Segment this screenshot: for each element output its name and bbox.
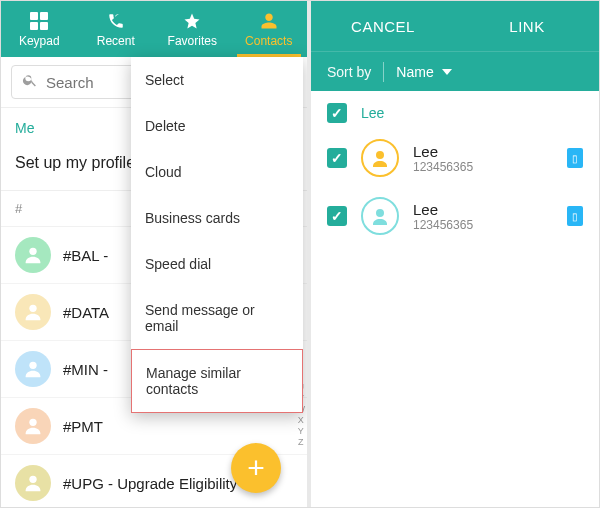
- svg-rect-3: [40, 22, 48, 30]
- menu-item-cloud[interactable]: Cloud: [131, 149, 303, 195]
- person-icon: [260, 11, 278, 31]
- menu-item-send-message[interactable]: Send message or email: [131, 287, 303, 349]
- duplicate-contact-row[interactable]: Lee 123456365 ▯: [311, 129, 599, 187]
- index-letter: X: [298, 415, 304, 425]
- contact-name: #UPG - Upgrade Eligibility: [63, 475, 237, 492]
- contact-name: #DATA: [63, 304, 109, 321]
- sort-value-text: Name: [396, 64, 433, 80]
- phone-app-pane: Keypad Recent Favorites Contacts: [1, 1, 311, 507]
- menu-item-manage-similar[interactable]: Manage similar contacts: [131, 349, 303, 413]
- index-letter: Z: [298, 437, 304, 447]
- menu-item-business-cards[interactable]: Business cards: [131, 195, 303, 241]
- keypad-icon: [30, 11, 48, 31]
- sort-dropdown[interactable]: Name: [396, 64, 451, 80]
- group-checkbox[interactable]: [327, 103, 347, 123]
- svg-point-9: [376, 151, 384, 159]
- avatar-icon: [15, 237, 51, 273]
- contact-name: #MIN -: [63, 361, 108, 378]
- menu-item-delete[interactable]: Delete: [131, 103, 303, 149]
- avatar-icon: [15, 465, 51, 501]
- index-letter: Y: [298, 426, 304, 436]
- tab-keypad[interactable]: Keypad: [1, 1, 78, 57]
- contact-number: 123456365: [413, 160, 473, 174]
- phone-recent-icon: [107, 11, 125, 31]
- avatar-icon: [15, 408, 51, 444]
- tab-label: Keypad: [19, 34, 60, 48]
- tab-label: Contacts: [245, 34, 292, 48]
- star-icon: [183, 11, 201, 31]
- top-tab-bar: Keypad Recent Favorites Contacts: [1, 1, 307, 57]
- sort-row: Sort by Name: [311, 51, 599, 91]
- contact-texts: Lee 123456365: [413, 201, 473, 232]
- menu-item-select[interactable]: Select: [131, 57, 303, 103]
- link-button[interactable]: LINK: [455, 18, 599, 35]
- svg-point-5: [29, 305, 36, 312]
- search-icon: [22, 72, 38, 92]
- contact-texts: Lee 123456365: [413, 143, 473, 174]
- tab-favorites[interactable]: Favorites: [154, 1, 231, 57]
- link-contacts-pane: CANCEL LINK Sort by Name Lee Lee 1234563…: [311, 1, 599, 507]
- tab-label: Favorites: [168, 34, 217, 48]
- menu-item-speed-dial[interactable]: Speed dial: [131, 241, 303, 287]
- svg-rect-2: [30, 22, 38, 30]
- svg-point-8: [29, 476, 36, 483]
- svg-point-6: [29, 362, 36, 369]
- row-checkbox[interactable]: [327, 206, 347, 226]
- overflow-menu: Select Delete Cloud Business cards Speed…: [131, 57, 303, 413]
- contact-name: Lee: [413, 201, 473, 218]
- link-header: CANCEL LINK: [311, 1, 599, 51]
- contact-name: #PMT: [63, 418, 103, 435]
- contact-number: 123456365: [413, 218, 473, 232]
- tab-contacts[interactable]: Contacts: [231, 1, 308, 57]
- divider: [383, 62, 384, 82]
- avatar-icon: [15, 351, 51, 387]
- sim-storage-icon: ▯: [567, 206, 583, 226]
- svg-rect-1: [40, 12, 48, 20]
- group-name: Lee: [361, 105, 384, 121]
- svg-point-7: [29, 419, 36, 426]
- duplicate-group-header: Lee: [311, 91, 599, 129]
- row-checkbox[interactable]: [327, 148, 347, 168]
- avatar-icon: [361, 197, 399, 235]
- tab-recent[interactable]: Recent: [78, 1, 155, 57]
- add-contact-fab[interactable]: +: [231, 443, 281, 493]
- plus-icon: +: [247, 451, 265, 485]
- avatar-icon: [361, 139, 399, 177]
- avatar-icon: [15, 294, 51, 330]
- contact-name: #BAL -: [63, 247, 108, 264]
- svg-point-4: [29, 248, 36, 255]
- tab-label: Recent: [97, 34, 135, 48]
- chevron-down-icon: [442, 69, 452, 75]
- sim-storage-icon: ▯: [567, 148, 583, 168]
- contact-name: Lee: [413, 143, 473, 160]
- svg-rect-0: [30, 12, 38, 20]
- duplicate-contact-row[interactable]: Lee 123456365 ▯: [311, 187, 599, 245]
- cancel-button[interactable]: CANCEL: [311, 18, 455, 35]
- sort-by-label: Sort by: [327, 64, 371, 80]
- svg-point-10: [376, 209, 384, 217]
